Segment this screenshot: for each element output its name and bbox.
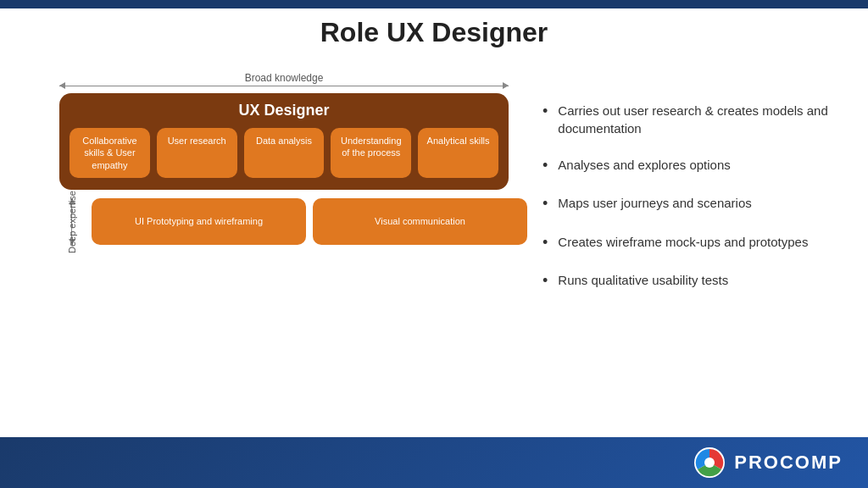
bullet-dot-3: • [542, 233, 548, 252]
deep-skills-row: UI Prototyping and wireframing Visual co… [85, 190, 534, 253]
ux-skills-row: Collaborative skills & User empathy User… [70, 128, 498, 178]
bullet-item-2: • Maps user journeys and scenarios [542, 194, 843, 214]
bullet-text-3: Creates wireframe mock-ups and prototype… [558, 233, 808, 251]
deep-expertise-section: Deep expertise UI Prototyping and wirefr… [59, 190, 534, 253]
bullet-dot-0: • [542, 102, 548, 121]
broad-knowledge-label: Broad knowledge [34, 72, 534, 84]
bullet-text-0: Carries out user research & creates mode… [558, 102, 843, 137]
bullet-text-1: Analyses and explores options [558, 156, 730, 174]
skill-pill-2: Data analysis [244, 128, 325, 178]
bullets-area: • Carries out user research & creates mo… [542, 102, 843, 310]
procomp-icon [693, 446, 726, 479]
page-title: Role UX Designer [0, 17, 868, 48]
bullet-dot-1: • [542, 156, 548, 175]
bullet-item-0: • Carries out user research & creates mo… [542, 102, 843, 137]
bullet-item-4: • Runs qualitative usability tests [542, 271, 843, 291]
deep-skill-pill-1: Visual communication [313, 198, 527, 245]
bullet-item-1: • Analyses and explores options [542, 156, 843, 175]
procomp-brand-name: PROCOMP [734, 452, 843, 474]
bullet-dot-4: • [542, 271, 548, 291]
skill-pill-4: Analytical skills [418, 128, 498, 178]
broad-arrow-line [59, 86, 509, 86]
procomp-logo: PROCOMP [693, 446, 843, 479]
bullet-dot-2: • [542, 194, 548, 214]
skill-pill-0: Collaborative skills & User empathy [70, 128, 150, 178]
broad-knowledge-arrow [59, 86, 509, 86]
ux-box-title: UX Designer [70, 102, 498, 119]
diagram-area: Broad knowledge UX Designer Collaborativ… [34, 72, 534, 429]
bottom-bar: PROCOMP [0, 437, 868, 488]
ux-designer-box: UX Designer Collaborative skills & User … [59, 93, 509, 190]
deep-skill-pill-0: UI Prototyping and wireframing [92, 198, 306, 245]
bullet-text-2: Maps user journeys and scenarios [558, 194, 751, 212]
top-bar [0, 0, 868, 8]
svg-point-1 [704, 458, 715, 468]
deep-label-container: Deep expertise [59, 190, 85, 253]
bullet-text-4: Runs qualitative usability tests [558, 271, 728, 289]
skill-pill-1: User research [157, 128, 237, 178]
skill-pill-3: Understanding of the process [331, 128, 411, 178]
bullet-item-3: • Creates wireframe mock-ups and prototy… [542, 233, 843, 252]
deep-expertise-label: Deep expertise [67, 191, 77, 253]
